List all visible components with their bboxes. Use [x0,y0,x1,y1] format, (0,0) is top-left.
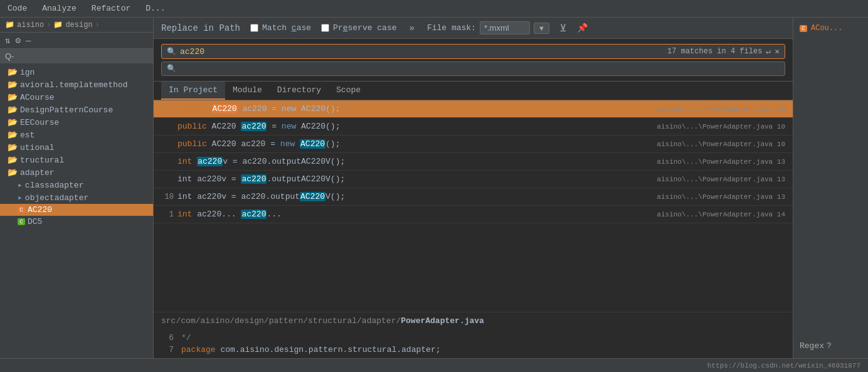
folder-icon-ad: 📂 [8,167,18,178]
code-normal-6b: V(); [326,192,345,201]
keyword-4: int [177,157,197,166]
code-text-1: public AC220 ac220 = new AC220(); [177,104,653,114]
tab-module[interactable]: Module [225,82,270,100]
replace-title: Replace in Path [161,23,240,33]
folder-icon-beh: 📂 [8,80,18,90]
right-panel-acourse[interactable]: c ACou... [797,23,864,34]
tree-label: est [20,130,34,140]
code-normal-3: AC220 ac220 = [212,139,280,149]
tree-item-acourse[interactable]: 📂 ACourse [0,91,153,104]
pin-button[interactable]: 📌 [577,23,588,33]
close-icon[interactable]: ✕ [775,46,780,56]
tree-item-eecourse[interactable]: 📂 EECourse [0,116,153,129]
tree-item-utional[interactable]: 📂 utional [0,141,153,154]
result-row-3[interactable]: public AC220 ac220 = new AC220(); aisino… [154,136,793,153]
breadcrumb-aisino[interactable]: aisino [17,21,44,29]
result-row-4[interactable]: int ac220v = ac220.outputAC220V(); aisin… [154,153,793,171]
tab-scope[interactable]: Scope [329,82,368,100]
sidebar-toolbar: ⇅ ⚙ — [0,33,153,49]
result-row-1[interactable]: public AC220 ac220 = new AC220(); aisino… [154,100,793,118]
code-text-2: public AC220 ac220 = new AC220(); [177,122,653,131]
filter-icon[interactable]: ⊻ [559,22,567,35]
menu-item-refactor[interactable]: Refactor [89,3,133,14]
keyword-2: public [177,122,212,131]
folder-icon-tr: 📂 [8,155,18,165]
tree-label: classadapter [25,181,84,190]
settings-icon[interactable]: ⚙ [15,35,20,46]
code-normal-7b: ... [267,210,281,219]
file-path-7: aisino\...\PowerAdapter.java 14 [657,211,785,218]
enter-icon[interactable]: ↵ [766,46,771,56]
preserve-case-checkbox[interactable] [321,24,329,32]
code-line-content-6: */ [181,333,191,343]
tree-label: EECourse [20,118,59,127]
match-case-checkbox[interactable] [250,24,258,32]
package-keyword: package [181,345,216,354]
preserve-case-checkbox-group[interactable]: Preserve case [321,23,396,33]
tree-item-behavioral[interactable]: 📂 avioral.templatemethod [0,78,153,91]
file-mask-input[interactable] [480,21,530,35]
result-row-7[interactable]: 1 int ac220... ac220... aisino\...\Power… [154,206,793,223]
file-path-1: aisino\...\PowerAdapter.java 10 [657,105,785,113]
menu-item-code[interactable]: Code [5,3,29,14]
folder-icon-ee: 📂 [8,117,18,127]
result-row-5[interactable]: int ac220v = ac220.outputAC220V(); aisin… [154,171,793,188]
tree-item-est[interactable]: 📂 est [0,129,153,141]
file-mask-dropdown[interactable]: ▼ [534,23,549,34]
breadcrumb-sep-2: › [95,21,100,29]
keyword-7: int [177,210,197,219]
menu-item-d[interactable]: D... [143,3,167,14]
replace-input[interactable] [180,64,780,73]
code-normal-5b: .outputAC220V(); [267,174,345,184]
folder-icon-oa: ▸ [18,193,23,203]
new-kw-3: new [280,139,295,149]
tree-item-adapter[interactable]: 📂 adapter [0,166,153,179]
file-name-bold: PowerAdapter.java [401,316,484,326]
tree-item-ign[interactable]: 📂 ign [0,66,153,78]
breadcrumb-design[interactable]: design [65,21,92,29]
match-highlight-6: AC220 [300,192,326,201]
file-path-3: aisino\...\PowerAdapter.java 10 [657,141,785,148]
match-highlight: AC220 [212,104,238,114]
file-path-row: src/com/aisino/design/pattern/structural… [154,312,793,329]
tree-label: ign [20,68,34,77]
code-normal: ac220 = new AC220(); [238,104,341,114]
more-options-button[interactable]: » [407,23,417,33]
tree-item-ac220[interactable]: c AC220 [0,204,153,216]
file-mask-group: File mask: ▼ [427,21,549,35]
code-text-4: int ac220v = ac220.outputAC220V(); [177,157,653,166]
tree-item-dpc[interactable]: 📂 DesignPatternCourse [0,104,153,116]
tree-item-dc5[interactable]: c DC5 [0,216,153,228]
flatten-icon[interactable]: ⇅ [5,35,10,46]
acourse-label: ACou... [811,24,842,33]
tree-label: DesignPatternCourse [20,105,113,115]
tree-label: adapter [20,168,55,178]
sidebar-search-input[interactable] [0,49,153,63]
code-preview: 6 */ 7 package com.aisino.design.pattern… [154,329,793,358]
regex-help-icon[interactable]: ? [827,341,832,351]
folder-icon-2: 📁 [53,20,63,29]
search-input[interactable] [180,47,664,56]
tab-directory[interactable]: Directory [270,82,329,100]
code-normal-7: ac220... [197,210,241,219]
tree-item-objectadapter[interactable]: ▸ objectadapter [0,191,153,204]
result-row-6[interactable]: 10 int ac220v = ac220.outputAC220V(); ai… [154,188,793,206]
code-normal-3b [295,139,300,149]
match-case-checkbox-group[interactable]: Match case [250,23,311,33]
preserve-case-label: Preserve case [333,23,396,33]
folder-icon-ac: 📂 [8,92,18,102]
result-row-2[interactable]: public AC220 ac220 = new AC220(); aisino… [154,118,793,136]
tab-in-project[interactable]: In Project [161,82,225,100]
right-panel: c ACou... Regex ? [793,18,868,358]
status-bar: https://blog.csdn.net/weixin_46931877 [0,358,868,372]
minus-icon[interactable]: — [26,36,31,46]
menu-item-analyze[interactable]: Analyze [40,3,79,14]
tree-label: avioral.templatemethod [20,80,128,90]
acourse-class-icon: c [800,25,807,32]
search-fields: 🔍 17 matches in 4 files ↵ ✕ 🔍 [154,39,793,82]
match-count: 17 matches in 4 files [667,47,762,56]
tree-item-classadapter[interactable]: ▸ classadapter [0,179,153,191]
code-text-6: int ac220v = ac220.outputAC220V(); [177,192,653,201]
file-path-text: src/com/aisino/design/pattern/structural… [161,316,484,326]
tree-item-tructural[interactable]: 📂 tructural [0,154,153,166]
